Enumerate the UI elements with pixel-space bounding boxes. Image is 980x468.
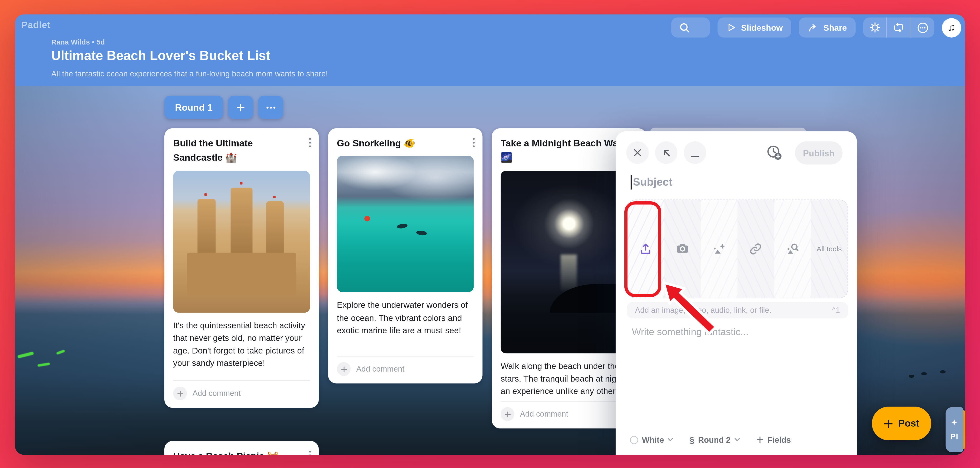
image-search-tool-button[interactable] (774, 200, 811, 298)
avatar-music-glyph: ♫ (948, 22, 956, 33)
share-button[interactable]: Share (799, 18, 856, 38)
subject-field[interactable]: Subject (631, 175, 673, 190)
post-card-picnic[interactable]: Have a Beach Picnic 🧺 (164, 441, 319, 455)
color-label: White (642, 435, 664, 444)
post-card-snorkeling[interactable]: Go Snorkeling 🐠 Explore the underwater w… (328, 128, 482, 383)
card-body-text: Explore the underwater wonders of the oc… (337, 299, 474, 337)
sandcastle-base (187, 253, 296, 295)
attachment-hint-row[interactable]: Add an image, video, audio, link, or fil… (627, 302, 848, 318)
upload-tool-button[interactable] (627, 200, 664, 298)
section-selector[interactable]: § Round 2 (690, 435, 740, 444)
user-avatar[interactable]: ♫ (942, 18, 961, 37)
post-card-sandcastle[interactable]: Build the Ultimate Sandcastle 🏰 It's the… (164, 128, 319, 408)
swimmer-silhouette (908, 375, 914, 378)
text-cursor (631, 175, 632, 190)
board-subtitle: All the fantastic ocean experiences that… (51, 70, 328, 78)
card-menu-icon[interactable] (309, 450, 311, 455)
pop-out-button[interactable] (655, 141, 678, 164)
section-header: Round 1 (164, 96, 283, 119)
snorkeler-silhouette (397, 223, 408, 229)
link-icon (748, 241, 763, 256)
section-menu-button[interactable] (258, 96, 283, 119)
publish-button[interactable]: Publish (795, 141, 843, 165)
card-menu-icon[interactable] (473, 137, 475, 148)
camera-icon (675, 241, 690, 256)
ai-image-tool-button[interactable] (701, 200, 737, 298)
plus-icon (236, 102, 246, 112)
card-menu-icon[interactable] (309, 137, 311, 148)
settings-button[interactable] (863, 18, 886, 38)
all-tools-button[interactable]: All tools (811, 200, 848, 298)
board-title: Ultimate Beach Lover's Bucket List (51, 48, 270, 63)
padlet-logo[interactable]: Padlet (21, 19, 51, 30)
card-title: Have a Beach Picnic 🧺 (173, 449, 310, 455)
padlet-app-window: Padlet Slideshow Share (15, 14, 965, 455)
upload-icon (638, 241, 654, 256)
add-comment-plus-icon (173, 387, 187, 400)
section-label: Round 2 (698, 435, 731, 444)
chevron-down-icon (734, 438, 740, 442)
plus-icon (756, 436, 764, 444)
share-label: Share (824, 23, 847, 32)
green-streak (37, 363, 50, 367)
fields-label: Fields (767, 435, 791, 444)
add-comment-plus-icon (337, 362, 351, 376)
sandcastle-photo[interactable] (173, 171, 310, 312)
add-comment-label: Add comment (520, 410, 568, 418)
sparkle-image-icon (712, 241, 727, 256)
camera-tool-button[interactable] (664, 200, 701, 298)
all-tools-label: All tools (816, 244, 842, 254)
person-search-icon (785, 241, 800, 256)
board-byline: Rana Wilds • 5d (51, 38, 105, 46)
post-button[interactable]: Post (872, 407, 931, 440)
search-icon (679, 22, 690, 33)
fields-button[interactable]: Fields (756, 435, 791, 444)
attachment-toolbar: All tools (627, 200, 848, 298)
post-body-field[interactable]: Write something fantastic... (632, 327, 748, 338)
snorkeler-silhouette (416, 230, 427, 236)
clock-plus-icon (766, 144, 783, 161)
slideshow-button[interactable]: Slideshow (718, 18, 792, 38)
search-button[interactable] (671, 18, 710, 38)
schedule-post-button[interactable] (766, 144, 783, 161)
gear-icon (869, 22, 880, 33)
gradient-frame: Padlet Slideshow Share (0, 0, 980, 468)
more-options-button[interactable] (910, 18, 934, 38)
minimize-icon (691, 156, 699, 157)
post-label: Post (898, 418, 919, 429)
slideshow-label: Slideshow (741, 23, 783, 32)
color-selector[interactable]: White (630, 435, 673, 444)
section-add-button[interactable] (228, 96, 253, 119)
ellipsis-circle-icon (917, 22, 929, 34)
green-streak (56, 350, 65, 355)
sandcastle-flag (205, 193, 207, 196)
remake-button[interactable] (886, 18, 910, 38)
card-title: Build the Ultimate Sandcastle 🏰 (173, 136, 310, 165)
link-tool-button[interactable] (738, 200, 774, 298)
section-name-pill[interactable]: Round 1 (164, 96, 223, 119)
add-comment-plus-icon (501, 407, 514, 421)
composer-footer: White § Round 2 Fields (616, 430, 857, 449)
add-comment-row[interactable]: Add comment (173, 380, 310, 400)
close-button[interactable] (626, 141, 649, 164)
sandcastle-flag (240, 182, 243, 184)
minimize-button[interactable] (684, 141, 706, 164)
card-title: Go Snorkeling 🐠 (337, 136, 474, 150)
section-icon: § (690, 435, 694, 444)
subject-placeholder: Subject (633, 176, 673, 189)
swimmer-silhouette (921, 372, 927, 375)
add-comment-row[interactable]: Add comment (337, 356, 474, 376)
ellipsis-icon (266, 106, 275, 109)
beach-ball (364, 216, 370, 222)
play-icon (726, 22, 736, 33)
plus-icon (884, 419, 893, 428)
attachment-shortcut-badge: ^1 (832, 306, 840, 315)
add-comment-label: Add comment (356, 365, 405, 374)
close-icon (633, 148, 642, 157)
sparkle-icon: ✦ (951, 418, 958, 426)
card-body-text: It's the quintessential beach activity t… (173, 319, 310, 370)
add-comment-label: Add comment (192, 389, 241, 398)
padlet-ai-button[interactable]: ✦ PI (945, 407, 963, 452)
snorkeling-photo[interactable] (337, 156, 474, 292)
board-actions-group (863, 18, 935, 38)
